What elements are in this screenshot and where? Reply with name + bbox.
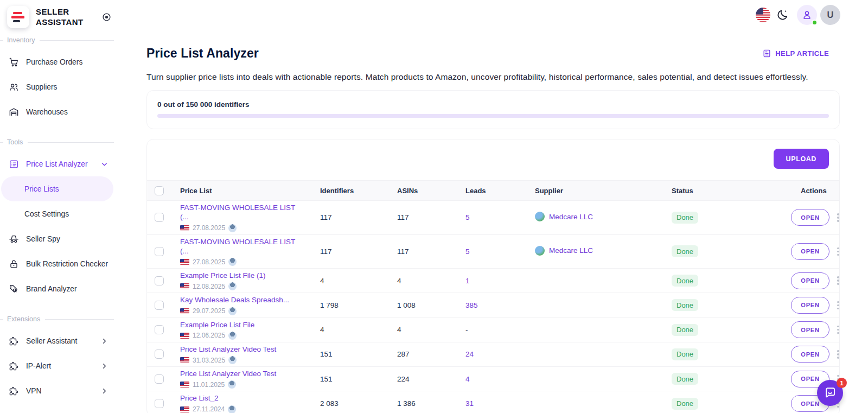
sidebar-item-seller-spy[interactable]: Seller Spy bbox=[0, 226, 130, 251]
upload-date: 12.08.2025 bbox=[193, 283, 225, 290]
asins-cell: 1 008 bbox=[392, 293, 460, 317]
sidebar-item-vpn[interactable]: VPN bbox=[0, 378, 130, 403]
us-flag-icon bbox=[180, 259, 189, 265]
leads-link[interactable]: 5 bbox=[465, 247, 470, 256]
sidebar-section-label: Inventory bbox=[0, 35, 130, 45]
row-actions: OPEN bbox=[791, 243, 840, 260]
asins-cell: 4 bbox=[392, 269, 460, 293]
status-badge: Done bbox=[672, 398, 698, 410]
price-list-link[interactable]: FAST-MOVING WHOLESALE LIST (... bbox=[180, 237, 304, 256]
row-actions: OPEN bbox=[791, 272, 840, 289]
row-checkbox[interactable] bbox=[155, 399, 164, 408]
status-badge: Done bbox=[672, 299, 698, 311]
leads-link[interactable]: 1 bbox=[465, 277, 470, 285]
page-head: Price List Analyzer HELP ARTICLE bbox=[146, 45, 840, 61]
sidebar-item-label: IP-Alert bbox=[26, 362, 51, 370]
price-list-link[interactable]: Price List_2 bbox=[180, 393, 304, 403]
language-flag-icon[interactable] bbox=[756, 8, 770, 22]
open-button[interactable]: OPEN bbox=[791, 243, 829, 260]
sidebar-item-ip-alert[interactable]: IP-Alert bbox=[0, 353, 130, 378]
quota-text: 0 out of 150 000 identifiers bbox=[157, 100, 829, 109]
us-flag-icon bbox=[180, 382, 189, 387]
asins-cell: 117 bbox=[392, 201, 460, 235]
asins-cell: 4 bbox=[392, 317, 460, 342]
leads-link[interactable]: 385 bbox=[465, 301, 478, 309]
dark-mode-icon[interactable] bbox=[776, 8, 789, 22]
supplier-link[interactable]: Medcare LLC bbox=[549, 246, 593, 255]
leads-link[interactable]: 24 bbox=[465, 350, 474, 358]
us-flag-icon bbox=[180, 333, 189, 339]
row-menu-icon[interactable] bbox=[837, 247, 839, 256]
price-list-link[interactable]: Price List Analyzer Video Test bbox=[180, 369, 304, 378]
app: SELLERASSISTANT InventoryPurchase Orders… bbox=[0, 0, 868, 413]
sidebar-section: ExtensionsSeller AssistantIP-AlertVPN bbox=[0, 314, 130, 403]
user-avatar[interactable]: U bbox=[820, 5, 840, 25]
quota-progress-bar bbox=[157, 114, 829, 118]
sidebar-item-suppliers[interactable]: Suppliers bbox=[0, 74, 130, 99]
upload-date: 27.08.2025 bbox=[193, 258, 225, 266]
row-menu-icon[interactable] bbox=[837, 326, 839, 334]
help-article-link[interactable]: HELP ARTICLE bbox=[762, 49, 829, 58]
row-checkbox[interactable] bbox=[155, 301, 164, 310]
status-badge: Done bbox=[672, 324, 698, 336]
section-label-text: Inventory bbox=[7, 36, 35, 44]
row-menu-icon[interactable] bbox=[837, 213, 839, 222]
brand-name: SELLERASSISTANT bbox=[36, 7, 84, 27]
price-list-link[interactable]: Price List Analyzer Video Test bbox=[180, 345, 304, 354]
puzzle-icon bbox=[8, 385, 19, 396]
row-checkbox[interactable] bbox=[155, 276, 164, 285]
sidebar-item-purchase-orders[interactable]: Purchase Orders bbox=[0, 49, 130, 74]
sidebar-item-cost-settings[interactable]: Cost Settings bbox=[0, 201, 130, 226]
select-all-checkbox[interactable] bbox=[155, 186, 164, 195]
row-menu-icon[interactable] bbox=[837, 350, 839, 359]
open-button[interactable]: OPEN bbox=[791, 321, 829, 338]
column-header-identifiers: Identifiers bbox=[315, 181, 392, 201]
price-list-link[interactable]: FAST-MOVING WHOLESALE LIST (... bbox=[180, 203, 304, 222]
cart-icon bbox=[8, 56, 19, 67]
sidebar-item-label: Suppliers bbox=[26, 83, 58, 91]
sidebar-item-warehouses[interactable]: Warehouses bbox=[0, 99, 130, 124]
leads-link[interactable]: 31 bbox=[465, 399, 474, 408]
supplier-link[interactable]: Medcare LLC bbox=[549, 213, 593, 221]
row-checkbox[interactable] bbox=[155, 213, 164, 222]
open-button[interactable]: OPEN bbox=[791, 346, 829, 363]
leads-link[interactable]: 5 bbox=[465, 213, 470, 221]
price-list-link[interactable]: Example Price List File (1) bbox=[180, 271, 304, 280]
row-menu-icon[interactable] bbox=[837, 276, 839, 285]
upload-button[interactable]: UPLOAD bbox=[774, 149, 829, 169]
spy-icon bbox=[8, 233, 19, 244]
sidebar-item-label: Price Lists bbox=[24, 185, 59, 193]
chat-widget-button[interactable]: 1 bbox=[817, 380, 843, 406]
us-flag-icon bbox=[180, 406, 189, 412]
sidebar-item-price-list-analyzer[interactable]: Price List Analyzer bbox=[0, 151, 130, 176]
uploader-avatar-icon bbox=[228, 307, 237, 315]
leads-link[interactable]: 4 bbox=[465, 375, 470, 383]
table-header-row: Price ListIdentifiersASINsLeadsSupplierS… bbox=[147, 181, 840, 201]
open-button[interactable]: OPEN bbox=[791, 272, 829, 289]
table-row: Price List_227.11.20242 0831 38631DoneOP… bbox=[147, 391, 840, 413]
upload-date: 29.07.2025 bbox=[193, 307, 225, 315]
price-list-link[interactable]: Example Price List File bbox=[180, 320, 304, 329]
asins-cell: 224 bbox=[392, 367, 460, 391]
price-list-link[interactable]: Kay Wholesale Deals Spreadsh... bbox=[180, 295, 304, 304]
account-button[interactable] bbox=[797, 5, 817, 25]
sidebar-toggle-icon[interactable] bbox=[102, 12, 111, 22]
warehouse-icon bbox=[8, 106, 19, 117]
upload-date: 27.11.2024 bbox=[193, 405, 225, 413]
column-header-supplier: Supplier bbox=[529, 181, 666, 201]
sidebar-item-price-lists[interactable]: Price Lists bbox=[1, 176, 113, 201]
sidebar-item-brand-analyzer[interactable]: Brand Analyzer bbox=[0, 276, 130, 301]
open-button[interactable]: OPEN bbox=[791, 209, 829, 226]
open-button[interactable]: OPEN bbox=[791, 297, 829, 314]
section-label-text: Tools bbox=[7, 138, 23, 146]
sidebar-item-bulk-restriction-checker[interactable]: Bulk Restriction Checker bbox=[0, 251, 130, 276]
puzzle-icon bbox=[8, 335, 19, 346]
row-menu-icon[interactable] bbox=[837, 301, 839, 310]
row-checkbox[interactable] bbox=[155, 374, 164, 384]
row-checkbox[interactable] bbox=[155, 247, 164, 256]
help-article-label: HELP ARTICLE bbox=[775, 49, 829, 58]
sidebar-item-seller-assistant[interactable]: Seller Assistant bbox=[0, 328, 130, 353]
main: U Price List Analyzer HELP ARTICLE Turn … bbox=[130, 0, 868, 413]
row-checkbox[interactable] bbox=[155, 325, 164, 334]
row-checkbox[interactable] bbox=[155, 350, 164, 359]
